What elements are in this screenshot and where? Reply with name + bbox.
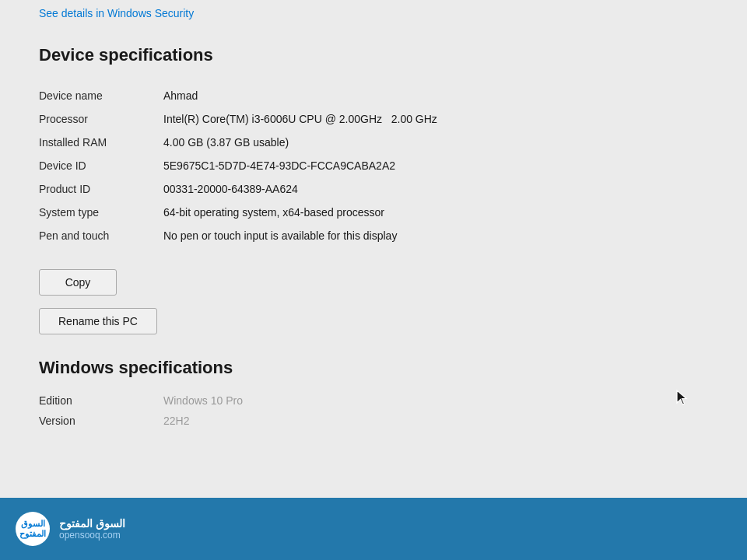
watermark-bar: السوقالمفتوح السوق المفتوح opensooq.com bbox=[0, 498, 747, 560]
device-specs-heading: Device specifications bbox=[39, 45, 708, 65]
watermark-logo-area: السوقالمفتوح السوق المفتوح opensooq.com bbox=[16, 512, 125, 546]
table-row: Product ID 00331-20000-64389-AA624 bbox=[39, 177, 708, 201]
copy-button[interactable]: Copy bbox=[39, 269, 117, 296]
label-product-id: Product ID bbox=[39, 177, 163, 201]
watermark-logo-text: السوقالمفتوح bbox=[19, 519, 46, 539]
table-row: Version 22H2 bbox=[39, 411, 708, 431]
table-row: System type 64-bit operating system, x64… bbox=[39, 201, 708, 224]
windows-specs-table: Edition Windows 10 Pro Version 22H2 bbox=[39, 390, 708, 431]
value-device-id: 5E9675C1-5D7D-4E74-93DC-FCCA9CABA2A2 bbox=[163, 154, 708, 177]
windows-specifications-section: Windows specifications Edition Windows 1… bbox=[39, 358, 708, 431]
watermark-text-area: السوق المفتوح opensooq.com bbox=[59, 517, 125, 541]
label-edition: Edition bbox=[39, 390, 163, 411]
main-content: Device specifications Device name Ahmad … bbox=[0, 30, 747, 446]
value-version: 22H2 bbox=[163, 411, 708, 431]
button-row: Copy Rename this PC bbox=[39, 269, 708, 334]
rename-pc-button[interactable]: Rename this PC bbox=[39, 308, 157, 334]
table-row: Installed RAM 4.00 GB (3.87 GB usable) bbox=[39, 131, 708, 154]
device-specifications-section: Device specifications Device name Ahmad … bbox=[39, 45, 708, 334]
value-processor: Intel(R) Core(TM) i3-6006U CPU @ 2.00GHz… bbox=[163, 107, 708, 131]
device-specs-table: Device name Ahmad Processor Intel(R) Cor… bbox=[39, 84, 708, 247]
label-system-type: System type bbox=[39, 201, 163, 224]
label-device-name: Device name bbox=[39, 84, 163, 107]
value-installed-ram: 4.00 GB (3.87 GB usable) bbox=[163, 131, 708, 154]
table-row: Device ID 5E9675C1-5D7D-4E74-93DC-FCCA9C… bbox=[39, 154, 708, 177]
watermark-domain: opensooq.com bbox=[59, 530, 125, 541]
table-row: Pen and touch No pen or touch input is a… bbox=[39, 224, 708, 247]
table-row: Processor Intel(R) Core(TM) i3-6006U CPU… bbox=[39, 107, 708, 131]
label-installed-ram: Installed RAM bbox=[39, 131, 163, 154]
label-processor: Processor bbox=[39, 107, 163, 131]
windows-specs-heading: Windows specifications bbox=[39, 358, 708, 378]
label-pen-touch: Pen and touch bbox=[39, 224, 163, 247]
value-device-name: Ahmad bbox=[163, 84, 708, 107]
value-edition: Windows 10 Pro bbox=[163, 390, 708, 411]
table-row: Edition Windows 10 Pro bbox=[39, 390, 708, 411]
windows-security-link[interactable]: See details in Windows Security bbox=[39, 7, 194, 19]
page-container: See details in Windows Security Device s… bbox=[0, 0, 747, 560]
value-system-type: 64-bit operating system, x64-based proce… bbox=[163, 201, 708, 224]
value-pen-touch: No pen or touch input is available for t… bbox=[163, 224, 708, 247]
table-row: Device name Ahmad bbox=[39, 84, 708, 107]
watermark-site-name: السوق المفتوح bbox=[59, 517, 125, 530]
label-version: Version bbox=[39, 411, 163, 431]
value-product-id: 00331-20000-64389-AA624 bbox=[163, 177, 708, 201]
label-device-id: Device ID bbox=[39, 154, 163, 177]
top-bar: See details in Windows Security bbox=[0, 0, 747, 30]
watermark-logo-circle: السوقالمفتوح bbox=[16, 512, 50, 546]
